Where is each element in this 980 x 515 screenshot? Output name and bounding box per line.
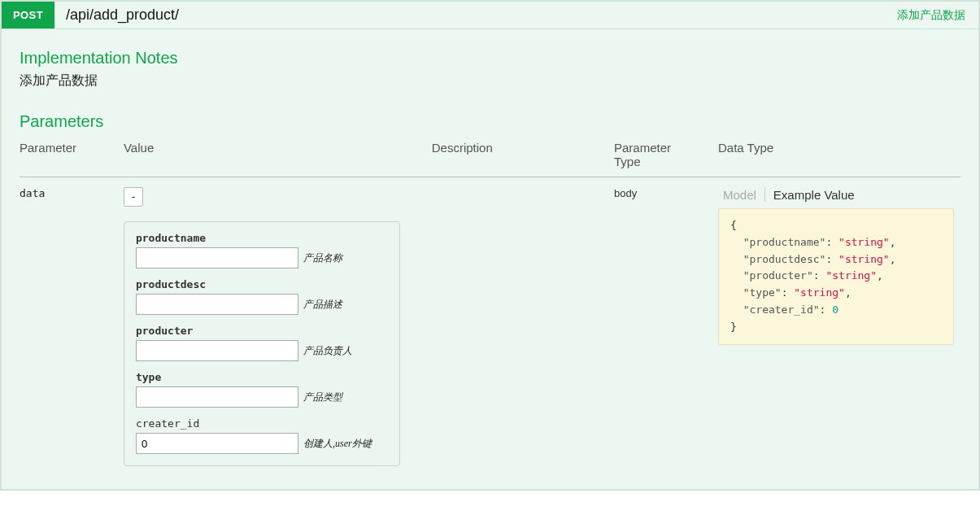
operation-heading[interactable]: POST /api/add_product/ 添加产品数据	[2, 2, 978, 29]
endpoint-path: /api/add_product/	[54, 2, 190, 28]
example-value-box[interactable]: { "productname": "string", "productdesc"…	[718, 208, 954, 345]
field-hint-creater_id: 创建人,user外键	[303, 437, 372, 451]
endpoint-summary: 添加产品数据	[884, 2, 978, 28]
productname-input[interactable]	[136, 247, 298, 268]
field-label-creater_id: creater_id	[136, 417, 388, 430]
producter-input[interactable]	[136, 340, 298, 361]
parameters-heading: Parameters	[20, 112, 960, 131]
col-value: Value	[124, 136, 432, 177]
field-hint-type: 产品类型	[303, 391, 342, 404]
http-method-badge: POST	[2, 2, 54, 28]
col-description: Description	[432, 136, 614, 177]
form-row: productname产品名称	[136, 232, 388, 268]
param-type-cell: body	[614, 177, 718, 467]
param-value-cell: - productname产品名称productdesc产品描述producte…	[124, 177, 432, 467]
col-parameter-type: ParameterType	[614, 136, 718, 177]
tab-example-value[interactable]: Example Value	[769, 188, 860, 202]
table-row: data - productname产品名称productdesc产品描述pro…	[20, 177, 960, 467]
form-row: producter产品负责人	[136, 325, 388, 361]
field-hint-productname: 产品名称	[303, 251, 342, 265]
field-label-productdesc: productdesc	[136, 278, 388, 290]
body-form: productname产品名称productdesc产品描述producter产…	[124, 221, 400, 466]
col-data-type: Data Type	[718, 136, 960, 177]
param-datatype-cell: Model Example Value { "productname": "st…	[718, 177, 960, 467]
type-input[interactable]	[136, 386, 298, 408]
productdesc-input[interactable]	[136, 294, 298, 315]
col-parameter: Parameter	[20, 136, 124, 177]
field-hint-producter: 产品负责人	[303, 344, 352, 358]
parameters-table: Parameter Value Description ParameterTyp…	[20, 136, 960, 466]
creater_id-input[interactable]	[136, 433, 298, 454]
param-name-cell: data	[20, 177, 124, 467]
param-description-cell	[432, 177, 614, 467]
schema-tabs: Model Example Value	[718, 187, 954, 202]
field-hint-productdesc: 产品描述	[303, 298, 342, 312]
field-label-type: type	[136, 371, 388, 383]
tab-separator	[764, 187, 765, 202]
implementation-notes-heading: Implementation Notes	[20, 49, 960, 68]
form-row: type产品类型	[136, 371, 388, 408]
implementation-notes-text: 添加产品数据	[20, 72, 960, 89]
collapse-toggle-button[interactable]: -	[124, 187, 143, 207]
field-label-producter: producter	[136, 325, 388, 337]
tab-model[interactable]: Model	[718, 188, 761, 202]
api-operation-panel: POST /api/add_product/ 添加产品数据 Implementa…	[1, 1, 979, 490]
form-row: productdesc产品描述	[136, 278, 388, 315]
form-row: creater_id创建人,user外键	[136, 417, 388, 454]
operation-content: Implementation Notes 添加产品数据 Parameters P…	[2, 29, 978, 489]
field-label-productname: productname	[136, 232, 388, 244]
